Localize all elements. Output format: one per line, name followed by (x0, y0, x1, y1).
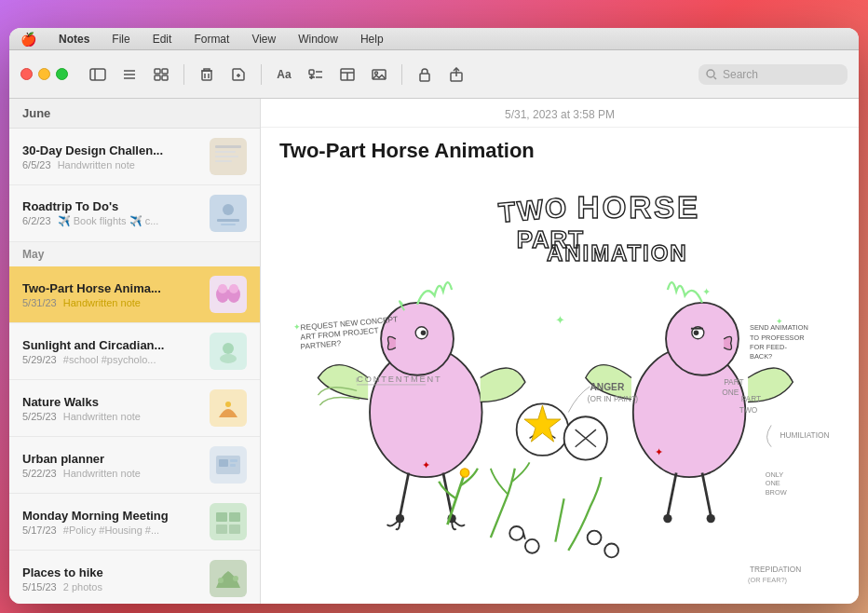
note-date-1: 6/5/23 (22, 159, 51, 170)
note-preview-8: 2 photos (63, 581, 102, 593)
notes-list: 30-Day Design Challen... 6/5/23 Handwrit… (9, 129, 260, 604)
svg-rect-51 (230, 459, 237, 462)
svg-point-92 (460, 469, 468, 477)
editor-timestamp: 5/31, 2023 at 3:58 PM (261, 99, 859, 128)
svg-text:(OR IN PAIN?): (OR IN PAIN?) (588, 394, 639, 403)
svg-point-23 (375, 72, 378, 75)
svg-point-72 (421, 331, 427, 336)
note-date-2: 6/2/23 (22, 215, 51, 226)
svg-point-85 (707, 514, 715, 523)
svg-rect-57 (229, 524, 240, 534)
svg-text:ANGER: ANGER (590, 382, 624, 392)
menu-file[interactable]: File (108, 31, 133, 48)
svg-text:ONE: ONE (722, 388, 739, 397)
menu-window[interactable]: Window (294, 31, 342, 48)
editor-content[interactable]: TWO PART HORSE ANIMATION (261, 170, 859, 604)
note-text-2: Roadtrip To Do's 6/2/23 ✈️ Book flights … (22, 199, 200, 227)
note-title-4: Sunlight and Circadian... (22, 338, 200, 352)
lock-button[interactable] (412, 61, 438, 88)
sidebar: June 30-Day Design Challen... 6/5/23 Han… (9, 99, 261, 604)
svg-text:✦: ✦ (293, 323, 301, 333)
toolbar: Aa (9, 50, 859, 99)
svg-rect-54 (216, 512, 227, 522)
note-preview-6: Handwritten note (63, 468, 141, 479)
format-text-button[interactable]: Aa (271, 61, 297, 88)
checklist-button[interactable] (303, 61, 329, 88)
apple-menu[interactable]: 🍎 (20, 32, 36, 47)
note-thumb-5 (210, 389, 247, 427)
mac-window: 🍎 Notes File Edit Format View Window Hel… (9, 28, 859, 604)
svg-rect-24 (420, 74, 429, 81)
note-thumb-8 (210, 560, 247, 597)
note-date-5: 5/25/23 (22, 411, 57, 422)
svg-rect-56 (216, 524, 227, 534)
new-note-button[interactable] (225, 61, 251, 88)
svg-rect-30 (215, 145, 241, 148)
svg-rect-6 (162, 69, 168, 74)
note-thumb-6 (210, 446, 247, 484)
svg-point-45 (220, 354, 237, 363)
svg-rect-46 (211, 391, 245, 425)
close-button[interactable] (20, 68, 33, 80)
note-item-8[interactable]: Places to hike 5/15/23 2 photos (9, 551, 260, 604)
svg-rect-0 (90, 69, 105, 80)
editor-title[interactable]: Two-Part Horse Animation (261, 128, 859, 170)
note-meta-1: 6/5/23 Handwritten note (22, 159, 200, 170)
svg-rect-9 (202, 71, 211, 80)
note-meta-3: 5/31/23 Handwritten note (22, 297, 200, 308)
note-preview-4: #school #psycholo... (63, 354, 156, 365)
table-button[interactable] (334, 61, 360, 88)
note-text-4: Sunlight and Circadian... 5/29/23 #schoo… (22, 338, 200, 365)
list-view-button[interactable] (116, 61, 142, 88)
svg-rect-33 (215, 160, 232, 162)
note-date-8: 5/15/23 (22, 581, 57, 593)
svg-point-80 (694, 331, 699, 336)
svg-point-60 (233, 576, 238, 581)
delete-note-button[interactable] (194, 61, 220, 88)
svg-point-84 (663, 514, 671, 523)
note-date-4: 5/29/23 (22, 354, 57, 365)
note-item-4[interactable]: Sunlight and Circadian... 5/29/23 #schoo… (9, 323, 260, 380)
note-preview-1: Handwritten note (58, 159, 135, 170)
menu-notes[interactable]: Notes (55, 31, 93, 48)
svg-text:(OR FEAR?): (OR FEAR?) (748, 576, 787, 584)
note-preview-3: Handwritten note (63, 297, 141, 308)
search-box[interactable] (698, 64, 848, 85)
note-item-1[interactable]: 30-Day Design Challen... 6/5/23 Handwrit… (9, 129, 260, 185)
sidebar-section-may: May (9, 242, 260, 266)
note-thumb-4 (210, 333, 247, 370)
svg-text:✦: ✦ (776, 317, 783, 326)
note-editor: 5/31, 2023 at 3:58 PM Two-Part Horse Ani… (261, 99, 859, 604)
menu-help[interactable]: Help (357, 31, 387, 48)
note-item-2[interactable]: Roadtrip To Do's 6/2/23 ✈️ Book flights … (9, 185, 260, 242)
menu-edit[interactable]: Edit (149, 31, 176, 48)
svg-rect-14 (309, 70, 314, 75)
note-item-7[interactable]: Monday Morning Meeting 5/17/23 #Policy #… (9, 494, 260, 551)
note-item-3[interactable]: Two-Part Horse Anima... 5/31/23 Handwrit… (9, 266, 260, 323)
svg-text:TWO: TWO (739, 405, 758, 415)
svg-point-42 (229, 284, 238, 293)
note-title-6: Urban planner (22, 452, 200, 466)
share-button[interactable] (443, 61, 469, 88)
svg-text:FOR FEED-: FOR FEED- (750, 343, 787, 351)
menu-bar: 🍎 Notes File Edit Format View Window Hel… (9, 28, 859, 50)
note-item-6[interactable]: Urban planner 5/22/23 Handwritten note (9, 437, 260, 494)
search-input[interactable] (723, 68, 834, 81)
maximize-button[interactable] (56, 68, 68, 80)
sidebar-section-june: June (9, 99, 260, 129)
svg-text:✦: ✦ (702, 286, 711, 297)
svg-text:PART: PART (724, 377, 743, 387)
sidebar-toggle-button[interactable] (85, 61, 111, 88)
gallery-view-button[interactable] (148, 61, 174, 88)
media-button[interactable] (366, 61, 392, 88)
menu-view[interactable]: View (248, 31, 279, 48)
note-text-6: Urban planner 5/22/23 Handwritten note (22, 452, 200, 479)
minimize-button[interactable] (38, 68, 50, 80)
svg-text:ONLY: ONLY (766, 470, 784, 479)
note-title-3: Two-Part Horse Anima... (22, 281, 200, 295)
note-thumb-1 (210, 138, 247, 175)
note-title-5: Nature Walks (22, 395, 200, 409)
note-text-1: 30-Day Design Challen... 6/5/23 Handwrit… (22, 143, 200, 170)
note-item-5[interactable]: Nature Walks 5/25/23 Handwritten note (9, 380, 260, 437)
menu-format[interactable]: Format (190, 31, 233, 48)
